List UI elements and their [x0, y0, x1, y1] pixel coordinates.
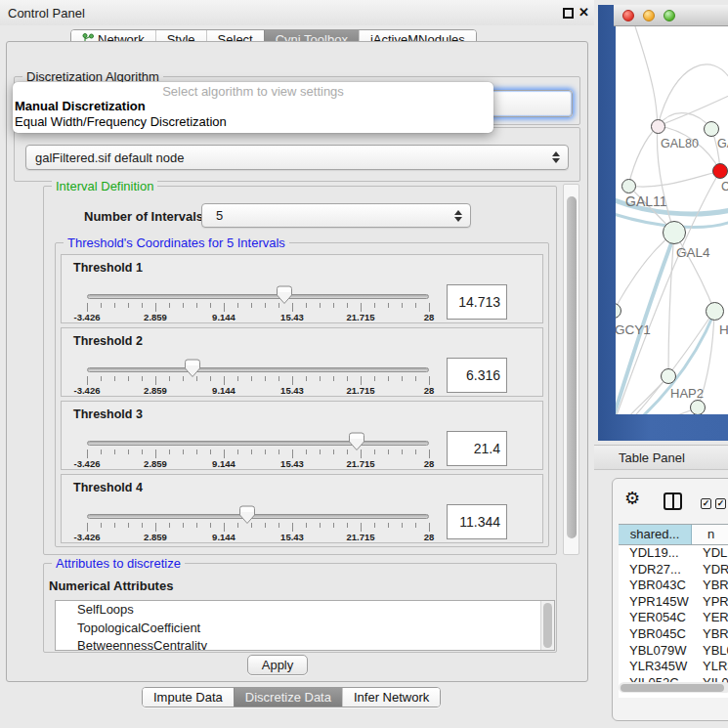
- network-window-titlebar[interactable]: [614, 5, 728, 26]
- tick-label: 9.144: [212, 458, 236, 469]
- table-row[interactable]: YER054CYER0: [619, 610, 728, 626]
- cell-name[interactable]: YBR0: [692, 626, 728, 643]
- panel-title: Control Panel: [8, 6, 85, 21]
- tab-label: Impute Data: [153, 688, 223, 707]
- threshold-value-field[interactable]: 21.4: [447, 431, 507, 466]
- cell-name[interactable]: YPR1: [692, 594, 728, 611]
- slider-track[interactable]: [87, 441, 429, 446]
- horizontal-scrollbar[interactable]: [619, 682, 728, 693]
- cell-shared-name[interactable]: YBR045C: [619, 626, 692, 643]
- table-panel-header: Table Panel: [594, 445, 728, 470]
- table-row[interactable]: YLR345WYLR3: [619, 659, 728, 675]
- scrollbar-thumb[interactable]: [567, 196, 577, 538]
- threshold-value-field[interactable]: 6.316: [447, 358, 507, 393]
- tick-label: -3.426: [74, 385, 101, 396]
- cell-name[interactable]: YDL1: [692, 545, 728, 562]
- slider-thumb[interactable]: [238, 505, 256, 525]
- popup-option-manual[interactable]: Manual Discretization: [13, 99, 493, 114]
- attribute-list-item[interactable]: BetweennessCentrality: [56, 637, 554, 651]
- table-panel: ⚙ ✓ ✓ shared... n YDL19...YDL1YDR27...YD…: [612, 478, 728, 721]
- cell-name[interactable]: YBL0: [692, 643, 728, 660]
- cell-shared-name[interactable]: YPR145W: [619, 594, 692, 611]
- network-node[interactable]: [706, 302, 724, 321]
- slider-thumb[interactable]: [276, 285, 293, 305]
- tab-impute-data[interactable]: Impute Data: [143, 688, 234, 707]
- network-node[interactable]: [712, 163, 728, 179]
- network-node[interactable]: [704, 121, 719, 137]
- tick-label: 15.43: [280, 385, 304, 396]
- cell-shared-name[interactable]: YBL079W: [619, 643, 692, 660]
- attribute-list-item[interactable]: TopologicalCoefficient: [56, 620, 554, 638]
- select-all-checkbox-icon[interactable]: ✓: [715, 498, 726, 509]
- zoom-traffic-light-icon[interactable]: [664, 10, 675, 21]
- cell-name[interactable]: YBR0: [692, 578, 728, 594]
- network-edge[interactable]: [616, 233, 674, 311]
- cell-shared-name[interactable]: YLR345W: [619, 659, 692, 675]
- network-node[interactable]: [690, 400, 706, 414]
- slider-thumb[interactable]: [348, 432, 365, 451]
- slider-track[interactable]: [87, 294, 429, 299]
- cell-name[interactable]: YLR3: [692, 659, 728, 675]
- table-row[interactable]: YDL19...YDL1: [619, 545, 728, 562]
- threshold-label: Threshold 4: [73, 481, 143, 494]
- close-traffic-light-icon[interactable]: [622, 10, 634, 21]
- table-row[interactable]: YBR043CYBR0: [619, 578, 728, 594]
- close-icon[interactable]: ✕: [578, 5, 589, 20]
- node-label: GAL4: [676, 245, 710, 260]
- tick-label: 21.715: [346, 385, 374, 396]
- numerical-attributes-list[interactable]: SelfLoopsTopologicalCoefficientBetweenne…: [55, 600, 555, 651]
- network-node-hap2[interactable]: [661, 368, 676, 384]
- split-view-icon[interactable]: [664, 492, 682, 510]
- network-edge[interactable]: [658, 95, 728, 126]
- network-edge[interactable]: [628, 171, 720, 187]
- cell-shared-name[interactable]: YBR043C: [619, 578, 692, 594]
- slider-thumb[interactable]: [184, 359, 201, 378]
- select-columns-checkbox-icon[interactable]: ✓: [701, 498, 711, 509]
- apply-button[interactable]: Apply: [247, 655, 308, 675]
- slider-track[interactable]: [87, 367, 429, 372]
- numerical-attributes-label: Numerical Attributes: [49, 578, 173, 593]
- float-window-icon[interactable]: [563, 8, 574, 19]
- network-node-gal4[interactable]: [663, 221, 686, 244]
- table-row[interactable]: YBL079WYBL0: [619, 643, 728, 660]
- node-label: GCY1: [616, 322, 651, 337]
- tab-label: Infer Network: [354, 688, 429, 707]
- network-edge[interactable]: [635, 26, 658, 126]
- popup-option-equal-width[interactable]: Equal Width/Frequency Discretization: [13, 114, 493, 130]
- popup-placeholder-option[interactable]: Select algorithm to view settings: [13, 84, 493, 99]
- threshold-value-field[interactable]: 14.713: [447, 284, 507, 320]
- cell-name[interactable]: YER0: [692, 610, 728, 626]
- cell-name[interactable]: YDR2: [692, 562, 728, 578]
- column-header-shared-name[interactable]: shared...: [619, 525, 692, 544]
- number-of-intervals-combobox[interactable]: 5: [201, 203, 471, 228]
- slider-track[interactable]: [87, 514, 429, 519]
- scrollbar-thumb[interactable]: [543, 603, 552, 648]
- network-node-gal80[interactable]: [651, 119, 665, 134]
- list-scrollbar[interactable]: [540, 601, 554, 650]
- threshold-value-field[interactable]: 11.344: [447, 504, 507, 539]
- vertical-scrollbar[interactable]: [563, 184, 579, 555]
- cell-shared-name[interactable]: YER054C: [619, 610, 692, 626]
- column-header-name[interactable]: n: [692, 525, 728, 544]
- network-node-gal11[interactable]: [621, 179, 636, 193]
- tick-label: 28: [424, 385, 435, 396]
- scrollbar-thumb[interactable]: [621, 684, 724, 692]
- minimize-traffic-light-icon[interactable]: [643, 10, 655, 21]
- stepper-icon[interactable]: [552, 151, 560, 163]
- tab-discretize-data[interactable]: Discretize Data: [234, 688, 342, 707]
- stepper-icon[interactable]: [454, 210, 462, 222]
- network-edge[interactable]: [616, 407, 698, 414]
- tab-infer-network[interactable]: Infer Network: [342, 688, 440, 707]
- table-row[interactable]: YDR27...YDR2: [619, 562, 728, 578]
- cell-shared-name[interactable]: YDR27...: [619, 562, 692, 578]
- network-edge[interactable]: [628, 126, 658, 186]
- table-row[interactable]: YPR145WYPR1: [619, 594, 728, 611]
- table-row[interactable]: YBR045CYBR0: [619, 626, 728, 643]
- cell-shared-name[interactable]: YDL19...: [619, 545, 692, 562]
- tick-label: 15.43: [280, 312, 304, 322]
- table-data-combobox[interactable]: galFiltered.sif default node: [25, 145, 569, 170]
- network-canvas[interactable]: GAL80GACGAL11GAL4GCY1HHAP2: [616, 26, 728, 414]
- network-edge[interactable]: [674, 233, 714, 311]
- attribute-list-item[interactable]: SelfLoops: [56, 601, 554, 620]
- settings-gear-icon[interactable]: ⚙: [624, 489, 640, 508]
